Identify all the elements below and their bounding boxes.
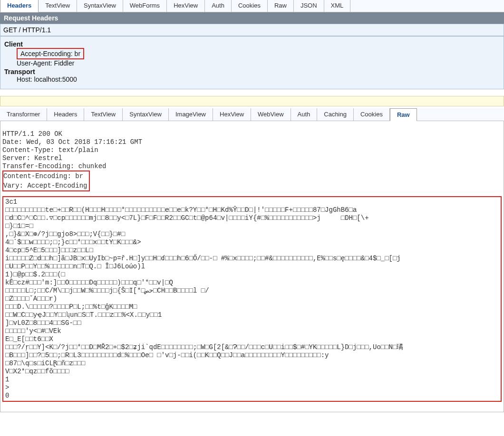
request-line: GET / HTTP/1.1 <box>0 24 504 36</box>
request-tab-webforms[interactable]: WebForms <box>123 0 167 12</box>
accept-encoding-header: Accept-Encoding: br <box>17 48 84 59</box>
request-tab-raw[interactable]: Raw <box>268 0 294 12</box>
request-tab-cookies[interactable]: Cookies <box>232 0 268 12</box>
info-bar <box>0 96 504 106</box>
response-headers-plain: HTTP/1.1 200 OK Date: Wed, 03 Oct 2018 1… <box>2 130 142 170</box>
response-body-block: 3c1 □□□□□□□□□□te□+□□R□□(H□□□H□□□□*□□□□□□… <box>2 196 502 402</box>
request-tab-textview[interactable]: TextView <box>39 0 77 12</box>
response-headers-highlighted: Content-Encoding: br Vary: Accept-Encodi… <box>2 171 90 191</box>
raw-response-pane: HTTP/1.1 200 OK Date: Wed, 03 Oct 2018 1… <box>0 121 504 412</box>
request-headers-section-title: Request Headers <box>0 12 504 24</box>
response-tab-strip: TransformerHeadersTextViewSyntaxViewImag… <box>0 108 504 121</box>
response-tab-syntaxview[interactable]: SyntaxView <box>123 108 169 121</box>
response-tab-imageview[interactable]: ImageView <box>169 108 213 121</box>
response-tab-auth[interactable]: Auth <box>291 108 318 121</box>
host-header: Host: localhost:5000 <box>17 76 500 83</box>
response-tab-cookies[interactable]: Cookies <box>354 108 390 121</box>
request-tab-json[interactable]: JSON <box>294 0 324 12</box>
response-tab-transformer[interactable]: Transformer <box>0 108 47 121</box>
response-tab-webview[interactable]: WebView <box>251 108 291 121</box>
request-headers-panel: Client Accept-Encoding: br User-Agent: F… <box>0 36 504 89</box>
request-tab-auth[interactable]: Auth <box>205 0 232 12</box>
response-tab-hexview[interactable]: HexView <box>213 108 251 121</box>
request-tab-strip: HeadersTextViewSyntaxViewWebFormsHexView… <box>0 0 504 12</box>
response-tab-caching[interactable]: Caching <box>317 108 354 121</box>
response-tab-headers[interactable]: Headers <box>47 108 84 121</box>
request-tab-syntaxview[interactable]: SyntaxView <box>77 0 123 12</box>
request-tab-xml[interactable]: XML <box>324 0 351 12</box>
client-group-label: Client <box>4 40 500 48</box>
response-tab-raw[interactable]: Raw <box>390 108 417 121</box>
user-agent-header: User-Agent: Fiddler <box>17 59 500 67</box>
transport-group-label: Transport <box>4 68 500 76</box>
response-tab-textview[interactable]: TextView <box>84 108 123 121</box>
request-tab-headers[interactable]: Headers <box>0 0 39 12</box>
response-headers-block: HTTP/1.1 200 OK Date: Wed, 03 Oct 2018 1… <box>2 130 502 191</box>
request-tab-hexview[interactable]: HexView <box>167 0 205 12</box>
